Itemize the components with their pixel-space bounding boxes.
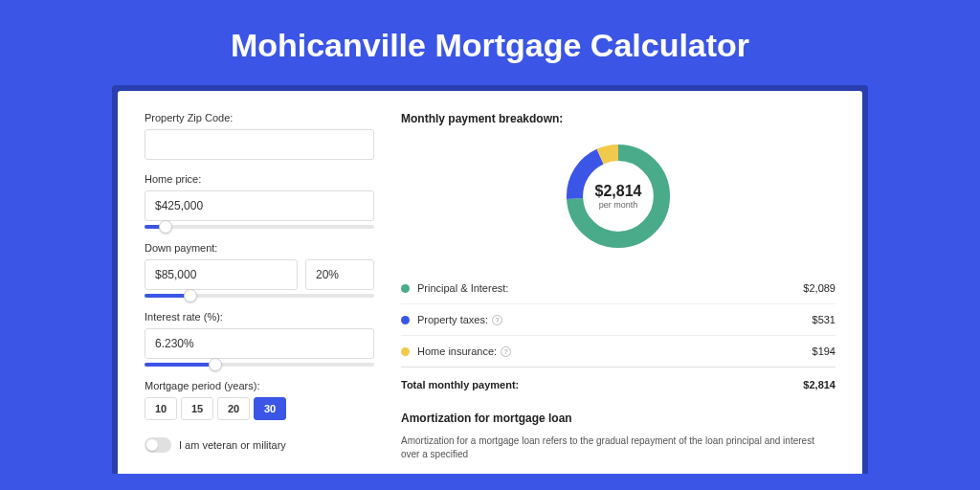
donut-container: $2,814 per month <box>401 139 835 254</box>
zip-field: Property Zip Code: <box>145 112 374 160</box>
toggle-knob <box>146 439 158 451</box>
legend-dot-icon <box>401 284 410 293</box>
interest-field: Interest rate (%): <box>145 311 374 367</box>
form-panel: Property Zip Code: Home price: Down paym… <box>145 112 374 474</box>
help-icon[interactable]: ? <box>492 315 502 325</box>
home-price-slider[interactable] <box>145 225 374 229</box>
veteran-toggle[interactable] <box>145 437 171 453</box>
breakdown-panel: Monthly payment breakdown: $2,814 per mo… <box>401 112 835 474</box>
down-payment-input[interactable] <box>145 259 298 290</box>
interest-input[interactable] <box>145 328 374 359</box>
home-price-input[interactable] <box>145 190 374 221</box>
total-value: $2,814 <box>803 379 835 390</box>
home-price-label: Home price: <box>145 173 374 185</box>
period-button-30[interactable]: 30 <box>254 397 286 420</box>
total-row: Total monthly payment: $2,814 <box>401 368 835 406</box>
legend-value: $194 <box>813 345 835 357</box>
slider-fill <box>145 363 215 367</box>
legend-label: Principal & Interest: <box>417 282 803 294</box>
legend-list: Principal & Interest:$2,089Property taxe… <box>401 273 835 368</box>
period-label: Mortgage period (years): <box>145 380 374 391</box>
calculator-card: Property Zip Code: Home price: Down paym… <box>118 91 862 474</box>
amortization-title: Amortization for mortgage loan <box>401 412 835 425</box>
legend-row-2: Home insurance:?$194 <box>401 336 835 368</box>
down-payment-pct-input[interactable] <box>305 259 374 290</box>
donut-sublabel: per month <box>599 200 638 210</box>
down-payment-label: Down payment: <box>145 242 374 254</box>
legend-value: $2,089 <box>803 282 835 294</box>
period-button-15[interactable]: 15 <box>181 397 213 420</box>
help-icon[interactable]: ? <box>501 346 511 357</box>
donut-chart: $2,814 per month <box>561 139 676 254</box>
home-price-field: Home price: <box>145 173 374 229</box>
legend-dot-icon <box>401 347 410 356</box>
legend-row-1: Property taxes:?$531 <box>401 304 835 336</box>
total-label: Total monthly payment: <box>401 379 803 390</box>
zip-label: Property Zip Code: <box>145 112 374 123</box>
interest-label: Interest rate (%): <box>145 311 374 323</box>
legend-label: Property taxes:? <box>417 314 813 325</box>
period-button-group: 10152030 <box>145 397 374 420</box>
down-payment-slider[interactable] <box>145 294 374 298</box>
legend-value: $531 <box>813 314 835 325</box>
slider-thumb[interactable] <box>184 289 197 302</box>
donut-value: $2,814 <box>595 183 642 200</box>
veteran-row: I am veteran or military <box>145 437 374 453</box>
period-field: Mortgage period (years): 10152030 <box>145 380 374 420</box>
page-title: Mohicanville Mortgage Calculator <box>0 0 980 85</box>
card-outer: Property Zip Code: Home price: Down paym… <box>112 85 868 474</box>
zip-input[interactable] <box>145 129 374 160</box>
interest-slider[interactable] <box>145 363 374 367</box>
legend-dot-icon <box>401 316 410 324</box>
legend-label: Home insurance:? <box>417 345 813 357</box>
legend-row-0: Principal & Interest:$2,089 <box>401 273 835 304</box>
slider-thumb[interactable] <box>209 358 222 371</box>
breakdown-title: Monthly payment breakdown: <box>401 112 835 125</box>
amortization-text: Amortization for a mortgage loan refers … <box>401 434 835 461</box>
donut-center: $2,814 per month <box>561 139 676 254</box>
period-button-10[interactable]: 10 <box>145 397 177 420</box>
slider-thumb[interactable] <box>159 220 172 234</box>
down-payment-field: Down payment: <box>145 242 374 298</box>
veteran-label: I am veteran or military <box>179 439 286 451</box>
period-button-20[interactable]: 20 <box>217 397 250 420</box>
